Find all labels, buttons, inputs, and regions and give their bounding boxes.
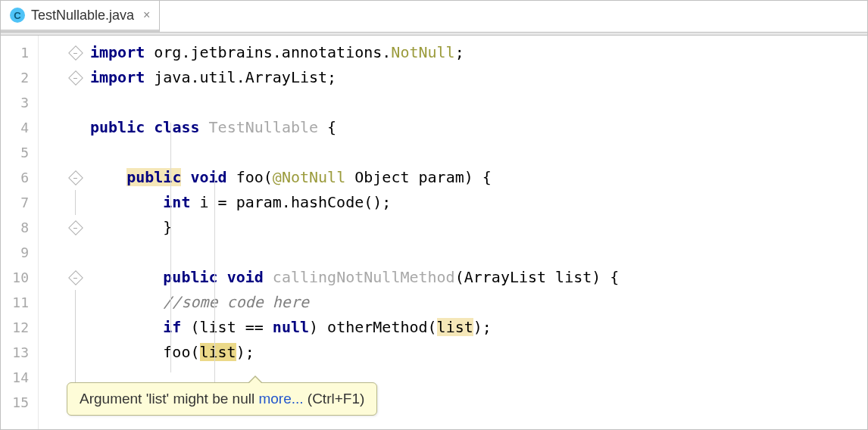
- line-number: 6: [1, 165, 38, 190]
- line-number: 2: [1, 65, 38, 90]
- tooltip-more-link[interactable]: more...: [258, 391, 303, 407]
- tooltip-shortcut: (Ctrl+F1): [304, 391, 365, 407]
- line-number: 9: [1, 240, 38, 265]
- line-number: 8: [1, 215, 38, 240]
- indent-guide: [214, 172, 215, 399]
- line-number: 10: [1, 265, 38, 290]
- code-line[interactable]: int i = param.hashCode();: [76, 190, 867, 215]
- line-number: 1: [1, 40, 38, 65]
- line-number: 7: [1, 190, 38, 215]
- code-line[interactable]: [76, 140, 867, 165]
- code-line[interactable]: [76, 240, 867, 265]
- editor-tab[interactable]: C TestNullable.java ×: [1, 1, 160, 32]
- code-area[interactable]: import org.jetbrains.annotations.NotNull…: [76, 36, 867, 429]
- tooltip-message: Argument 'list' might be null: [80, 391, 258, 407]
- code-line[interactable]: public void callingNotNullMethod(ArrayLi…: [76, 265, 867, 290]
- code-line[interactable]: foo(list);: [76, 340, 867, 365]
- line-number: 13: [1, 340, 38, 365]
- line-number: 14: [1, 365, 38, 390]
- code-line[interactable]: import org.jetbrains.annotations.NotNull…: [76, 40, 867, 65]
- code-line[interactable]: public class TestNullable {: [76, 115, 867, 140]
- line-number: 5: [1, 140, 38, 165]
- code-line[interactable]: [76, 90, 867, 115]
- line-number: 15: [1, 390, 38, 415]
- scrollbar[interactable]: [855, 73, 866, 428]
- code-line[interactable]: import java.util.ArrayList;: [76, 65, 867, 90]
- code-line[interactable]: }: [76, 215, 867, 240]
- code-line[interactable]: //some code here: [76, 290, 867, 315]
- line-number: 12: [1, 315, 38, 340]
- code-editor[interactable]: 1 2 3 4 5 6 7 8 9 10 11 12 13 14 15 − − …: [1, 36, 867, 429]
- tab-filename: TestNullable.java: [31, 8, 134, 23]
- inspection-tooltip: Argument 'list' might be null more... (C…: [67, 382, 377, 416]
- close-icon[interactable]: ×: [143, 8, 150, 22]
- indent-guide: [170, 123, 171, 372]
- code-line[interactable]: public void foo(@NotNull Object param) {: [76, 165, 867, 190]
- line-number-gutter: 1 2 3 4 5 6 7 8 9 10 11 12 13 14 15: [1, 36, 39, 429]
- line-number: 3: [1, 90, 38, 115]
- fold-gutter: − − − − −: [39, 36, 76, 429]
- line-number: 4: [1, 115, 38, 140]
- line-number: 11: [1, 290, 38, 315]
- class-icon: C: [10, 8, 25, 23]
- tab-bar: C TestNullable.java ×: [1, 1, 867, 33]
- code-line[interactable]: if (list == null) otherMethod(list);: [76, 315, 867, 340]
